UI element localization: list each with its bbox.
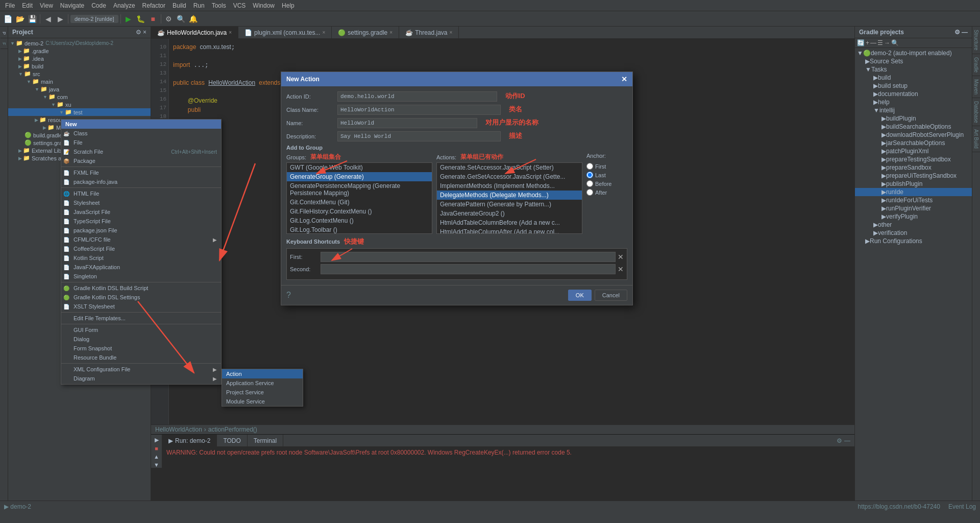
submenu-module-service[interactable]: Module Service [222,397,303,406]
action-delegatemethods[interactable]: DelegateMethods (Delegate Methods...) [437,191,582,200]
gradle-other[interactable]: ▶ other [855,221,972,229]
anchor-after-radio[interactable] [586,189,593,196]
project-panel-settings-icon[interactable]: ⚙ × [136,29,146,36]
group-git-toolbar[interactable]: Git.Log.Toolbar () [287,225,432,234]
tree-java-item[interactable]: ▼ 📁 java [8,85,151,93]
gradle-btn-6[interactable]: 🔍 [891,39,899,46]
tree-test-item[interactable]: ▼ 📁 test [8,108,151,116]
ctx-singleton[interactable]: 📄 Singleton [61,272,221,281]
gradle-build[interactable]: ▶ build [855,74,972,82]
anchor-last-radio[interactable] [586,172,593,178]
action-getsetaccessor[interactable]: Generate.GetSetAccessor.JavaScript (Gett… [437,172,582,181]
gradle-intellij[interactable]: ▼ intellij [855,106,972,114]
submenu-app-service[interactable]: Application Service [222,378,303,388]
group-generate[interactable]: GenerateGroup (Generate) [287,172,432,181]
ctx-ts[interactable]: 📄 TypeScript File [61,217,221,226]
toolbar-search-btn[interactable]: 🔍 [176,13,187,25]
ctx-gui-form[interactable]: GUI Form [61,325,221,335]
first-clear-icon[interactable]: ✕ [618,253,624,261]
menu-item-window[interactable]: Window [250,1,278,10]
submenu-action[interactable]: Action [222,369,303,378]
ctx-xslt[interactable]: 📄 XSLT Stylesheet [61,302,221,311]
ctx-gradle-build[interactable]: 🟢 Gradle Kotlin DSL Build Script [61,283,221,293]
second-input[interactable] [321,264,616,274]
toolbar-stop-btn[interactable]: ■ [148,13,159,25]
anchor-first-radio[interactable] [586,163,593,170]
ctx-xml-config[interactable]: XML Configuration File ▶ [61,365,221,374]
gradle-buildplugin[interactable]: ▶ buildPlugin [855,114,972,123]
gradle-downloadrobot[interactable]: ▶ downloadRobotServerPlugin [855,131,972,139]
group-git-log[interactable]: Git.Log.ContextMenu () [287,216,432,225]
maven-tab[interactable]: Maven [972,76,980,98]
gradle-demo2-root[interactable]: ▼ 🟢 demo-2 (auto-import enabled) [855,49,972,57]
gradle-help[interactable]: ▶ help [855,98,972,106]
group-git-context[interactable]: Git.ContextMenu (Git) [287,198,432,207]
dialog-close-button[interactable]: ✕ [621,75,627,83]
gradle-buildsetup[interactable]: ▶ build setup [855,82,972,90]
actions-list[interactable]: Generate.SetAccessor.JavaScript (Setter)… [436,162,582,234]
ok-button[interactable]: OK [568,290,592,301]
menu-item-build[interactable]: Build [169,1,189,10]
group-persistence[interactable]: GeneratePersistenceMapping (Generate Per… [287,181,432,198]
ctx-class[interactable]: ☕ Class [61,129,221,138]
tab-close-helloworldaction[interactable]: × [229,30,232,35]
ctx-packagejson[interactable]: 📄 package.json File [61,226,221,235]
toolbar-forward-btn[interactable]: ▶ [55,13,66,25]
ctx-scratch[interactable]: 📝 Scratch File Ctrl+Alt+Shift+Insert [61,147,221,156]
gradle-publishplugin[interactable]: ▶ publishPlugin [855,180,972,188]
favorites-tab-icon[interactable]: F [1,39,8,49]
tab-settingsgradle[interactable]: 🟢 settings.gradle × [332,27,399,39]
gradle-btn-1[interactable]: 🔄 [857,39,865,46]
gradle-runconfigs[interactable]: ▶ Run Configurations [855,237,972,245]
run-status-icon[interactable]: ▶ demo-2 [4,503,31,510]
gradle-buildsearchable[interactable]: ▶ buildSearchableOptions [855,123,972,131]
menu-item-navigate[interactable]: Navigate [57,1,87,10]
tab-thread[interactable]: ☕ Thread.java × [399,27,459,39]
toolbar-back-btn[interactable]: ◀ [42,13,54,25]
run-config-label[interactable]: demo-2 [runIde] [70,15,118,23]
tree-main-item[interactable]: ▼ 📁 main [8,78,151,85]
tree-idea-item[interactable]: ▶ 📁 .idea [8,55,151,62]
event-log-label[interactable]: Event Log [948,503,976,510]
toolbar-settings-btn[interactable]: ⚙ [163,13,175,25]
gradle-btn-2[interactable]: + [866,39,869,46]
action-generatepattern[interactable]: GeneratePattern (Generate by Pattern...) [437,200,582,209]
tree-root-item[interactable]: ▼ 📁 demo-2 C:\Users\xzy\Desktop\demo-2 [8,39,151,47]
description-input[interactable] [337,131,501,141]
gradle-preparesandbox[interactable]: ▶ prepareSandbox [855,163,972,172]
ctx-dialog[interactable]: Dialog [61,335,221,344]
gradle-prepareuitesting[interactable]: ▶ prepareUiTestingSandbox [855,172,972,180]
database-tab[interactable]: Database [972,98,980,127]
toolbar-save-btn[interactable]: 💾 [27,13,38,25]
submenu-project-service[interactable]: Project Service [222,388,303,397]
gradle-btn-5[interactable]: → [884,39,890,46]
run-panel-up-icon[interactable]: ▲ [154,454,159,460]
gradle-sourcesets[interactable]: ▶ Source Sets [855,57,972,65]
anchor-before-radio[interactable] [586,180,593,187]
action-javagenerategroup[interactable]: JavaGenerateGroup2 () [437,209,582,218]
action-implementmethods[interactable]: ImplementMethods (Implement Methods... [437,181,582,191]
help-icon[interactable]: ? [286,291,291,300]
action-htmladdcolbefore[interactable]: HtmlAddTableColumnBefore (Add a new c... [437,218,582,227]
menu-item-tools[interactable]: Tools [209,1,229,10]
gradle-runideforuitests[interactable]: ▶ runIdeForUiTests [855,196,972,204]
bottom-minimize-icon[interactable]: — [844,437,850,444]
toolbar-open-btn[interactable]: 📂 [14,13,26,25]
ctx-cfml[interactable]: 📄 CFML/CFC file ▶ [61,235,221,244]
toolbar-debug-btn[interactable]: 🐛 [135,13,146,25]
tab-helloworldaction[interactable]: ☕ HelloWorldAction.java × [151,27,238,39]
ctx-diagram[interactable]: Diagram ▶ [61,374,221,383]
ctx-packageinfo[interactable]: 📄 package-info.java [61,177,221,186]
menu-item-file[interactable]: File [2,1,18,10]
gradle-verifyplugin[interactable]: ▶ verifyPlugin [855,212,972,221]
tree-com-item[interactable]: ▼ 📁 com [8,93,151,101]
ctx-fxml[interactable]: 📄 FXML File [61,168,221,177]
ctx-html[interactable]: 🌐 HTML File [61,189,221,198]
ctx-file[interactable]: 📄 File [61,138,221,147]
run-panel-down-icon[interactable]: ▼ [154,462,159,468]
gradle-settings-icon[interactable]: ⚙ — [954,29,968,36]
ctx-coffee[interactable]: 📄 CoffeeScript File [61,244,221,253]
gradle-btn-4[interactable]: ☰ [877,39,883,46]
action-id-input[interactable] [337,91,497,102]
structure-tab[interactable]: Structure [972,27,980,54]
